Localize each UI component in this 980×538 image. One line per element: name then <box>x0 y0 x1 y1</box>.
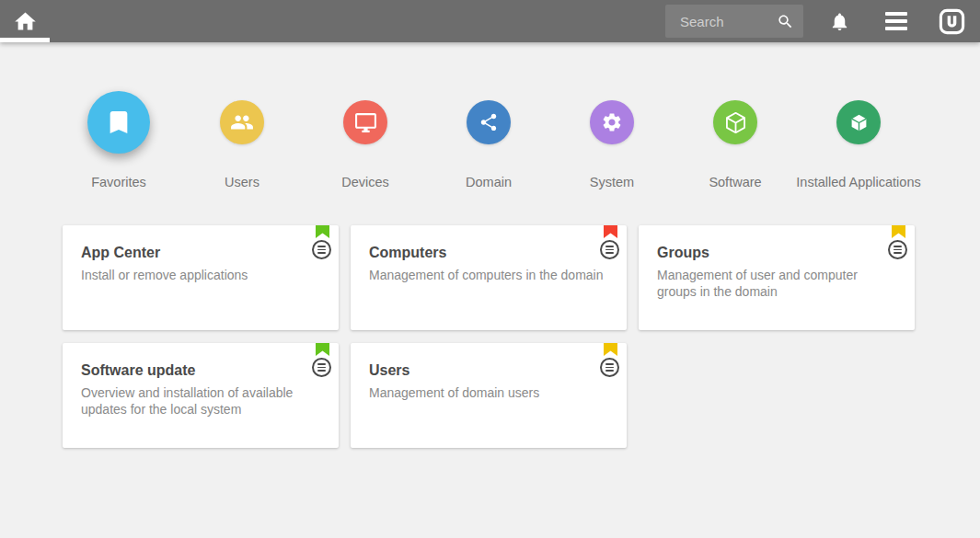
bell-icon <box>829 11 850 32</box>
favorite-ribbon-icon <box>316 343 329 356</box>
card-groups[interactable]: Groups Management of user and computer g… <box>639 225 915 330</box>
menu-icon <box>885 12 907 16</box>
home-icon <box>13 9 38 34</box>
card-context-menu-button[interactable] <box>888 240 907 259</box>
univention-logo <box>939 8 965 35</box>
category-users[interactable]: Users <box>180 91 304 189</box>
card-users[interactable]: Users Management of domain users <box>351 343 627 448</box>
favorite-ribbon-icon <box>604 343 617 356</box>
favorite-ribbon-icon <box>316 225 329 238</box>
cube-icon <box>723 110 748 135</box>
card-title: Computers <box>369 245 608 261</box>
category-domain[interactable]: Domain <box>427 91 550 189</box>
card-description: Overview and installation of available u… <box>81 385 318 418</box>
search-icon[interactable] <box>777 13 794 30</box>
search-box[interactable] <box>665 5 803 38</box>
package-icon <box>849 113 869 132</box>
notifications-button[interactable] <box>829 11 850 32</box>
card-context-menu-button[interactable] <box>312 240 331 259</box>
favorite-ribbon-icon <box>604 225 617 238</box>
card-context-menu-button[interactable] <box>312 358 331 377</box>
category-installed-applications[interactable]: Installed Applications <box>797 91 920 189</box>
card-title: Software update <box>81 362 320 379</box>
category-label: Devices <box>341 175 389 189</box>
favorite-ribbon-icon <box>892 225 905 238</box>
home-tab[interactable] <box>0 0 50 42</box>
category-label: Software <box>709 175 761 189</box>
monitor-icon <box>354 111 377 134</box>
card-computers[interactable]: Computers Management of computers in the… <box>351 225 627 330</box>
card-description: Management of computers in the domain <box>369 268 606 284</box>
card-description: Install or remove applications <box>81 268 318 284</box>
category-label: Domain <box>466 175 512 189</box>
search-input[interactable] <box>678 13 777 30</box>
card-title: Groups <box>657 245 896 261</box>
card-app-center[interactable]: App Center Install or remove application… <box>63 225 339 330</box>
card-software-update[interactable]: Software update Overview and installatio… <box>63 343 339 448</box>
card-context-menu-button[interactable] <box>600 240 619 259</box>
category-label: System <box>590 175 634 189</box>
card-description: Management of user and computer groups i… <box>657 268 894 301</box>
top-bar <box>0 0 980 42</box>
category-system[interactable]: System <box>550 91 674 189</box>
topbar-actions <box>665 0 980 42</box>
module-card-grid: App Center Install or remove application… <box>63 225 915 448</box>
category-software[interactable]: Software <box>674 91 797 189</box>
category-favorites[interactable]: Favorites <box>57 91 180 189</box>
category-row: Favorites Users Devices <box>0 91 980 189</box>
share-network-icon <box>478 112 499 132</box>
univention-logo-icon <box>939 8 965 35</box>
category-label: Users <box>225 175 259 189</box>
category-devices[interactable]: Devices <box>304 91 427 189</box>
card-description: Management of domain users <box>369 385 606 402</box>
menu-button[interactable] <box>885 12 907 30</box>
users-group-icon <box>230 110 254 134</box>
card-title: App Center <box>81 245 320 261</box>
card-title: Users <box>369 362 608 379</box>
gear-icon <box>601 111 623 133</box>
bookmark-icon <box>104 108 133 137</box>
card-context-menu-button[interactable] <box>600 358 619 377</box>
category-label: Favorites <box>91 175 146 189</box>
category-label: Installed Applications <box>796 175 920 189</box>
